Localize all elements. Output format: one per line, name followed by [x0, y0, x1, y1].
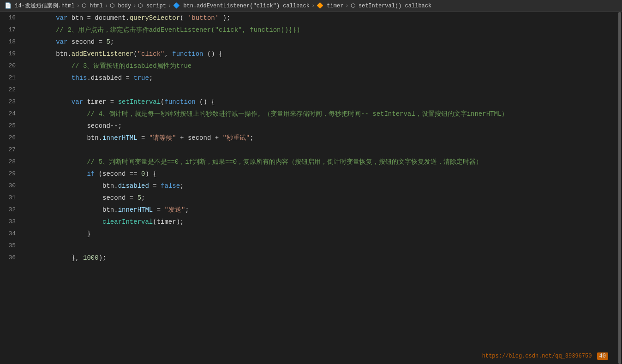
- line-content: if (second == 0) {: [23, 168, 622, 180]
- line-content: }, 1000);: [23, 252, 622, 264]
- code-line: 36 }, 1000);: [0, 252, 622, 264]
- line-content: // 2、用户点击，绑定点击事件addEventListener("click"…: [23, 24, 622, 36]
- token: addEventListener: [72, 50, 133, 58]
- token: },: [25, 254, 83, 262]
- token: btn.: [25, 134, 102, 142]
- token: [25, 218, 102, 226]
- code-line: 19 btn.addEventListener("click", functio…: [0, 48, 622, 60]
- token: ;: [180, 182, 184, 190]
- token: innerHTML: [118, 206, 153, 214]
- token: if: [87, 170, 95, 178]
- breadcrumb-item-6[interactable]: ⬡ setInterval() callback: [351, 2, 432, 9]
- code-line: 27: [0, 144, 622, 156]
- code-line: 26 btn.innerHTML = "请等候" + second + "秒重试…: [0, 132, 622, 144]
- line-content: // 4、倒计时，就是每一秒钟对按钮上的秒数进行减一操作。（变量用来存储时间，每…: [23, 108, 622, 120]
- line-number: 32: [0, 204, 23, 216]
- token: () {: [196, 98, 215, 106]
- token: 1000: [83, 254, 99, 262]
- code-line: 18 var second = 5;: [0, 36, 622, 48]
- token: + second +: [176, 134, 223, 142]
- token: second =: [25, 194, 138, 202]
- code-line: 23 var timer = setInterval(function () {: [0, 96, 622, 108]
- token: btn.: [25, 50, 72, 58]
- code-line: 30 btn.disabled = false;: [0, 180, 622, 192]
- token: "发送": [164, 206, 185, 214]
- line-number: 33: [0, 216, 23, 228]
- line-number: 24: [0, 108, 23, 120]
- line-number: 20: [0, 60, 23, 72]
- token: disabled: [118, 182, 149, 190]
- token: second =: [67, 38, 106, 46]
- code-line: 22: [0, 84, 622, 96]
- breadcrumb-sep-0: ›: [77, 3, 80, 9]
- token: ) {: [145, 170, 156, 178]
- breadcrumb-item-3[interactable]: ⬡ script: [138, 2, 166, 9]
- line-content: [23, 84, 622, 96]
- line-number: 28: [0, 156, 23, 168]
- line-number: 23: [0, 96, 23, 108]
- token: btn.: [25, 182, 118, 190]
- scrollbar-track[interactable]: [617, 12, 622, 364]
- line-content: var timer = setInterval(function () {: [23, 96, 622, 108]
- line-number: 21: [0, 72, 23, 84]
- line-content: btn.addEventListener("click", function (…: [23, 48, 622, 60]
- token: ,: [164, 50, 172, 58]
- breadcrumb-item-4[interactable]: 🔷 btn.addEventListener("click") callback: [173, 2, 310, 9]
- watermark-url: https://blog.csdn.net/qq_39396750: [482, 353, 592, 359]
- token: =: [138, 134, 149, 142]
- line-number: 16: [0, 12, 23, 24]
- scrollbar-thumb[interactable]: [618, 12, 621, 364]
- line-content: [23, 240, 622, 252]
- token: [25, 74, 72, 82]
- token: 'button': [188, 14, 219, 22]
- breadcrumb-sep-4: ›: [311, 3, 315, 9]
- token: (: [133, 50, 137, 58]
- line-content: var btn = document.querySelector( 'butto…: [23, 12, 622, 24]
- token: "请等候": [149, 134, 176, 142]
- line-number: 35: [0, 240, 23, 252]
- line-number: 19: [0, 48, 23, 60]
- code-line: 17 // 2、用户点击，绑定点击事件addEventListener("cli…: [0, 24, 622, 36]
- line-content: btn.disabled = false;: [23, 180, 622, 192]
- token: );: [99, 254, 107, 262]
- code-line: 31 second = 5;: [0, 192, 622, 204]
- line-number: 30: [0, 180, 23, 192]
- code-line: 34 }: [0, 228, 622, 240]
- token: ;: [110, 38, 114, 46]
- line-number: 36: [0, 252, 23, 264]
- breadcrumb-item-0[interactable]: 📄 14-发送短信案例.html: [5, 2, 75, 10]
- code-line: 21 this.disabled = true;: [0, 72, 622, 84]
- line-content: }: [23, 228, 622, 240]
- line-content: btn.innerHTML = "发送";: [23, 204, 622, 216]
- line-number: 34: [0, 228, 23, 240]
- breadcrumb-item-5[interactable]: 🔶 timer: [317, 2, 343, 9]
- token: .disabled =: [87, 74, 133, 82]
- token: (second ==: [95, 170, 141, 178]
- line-number: 27: [0, 144, 23, 156]
- line-content: [23, 144, 622, 156]
- line-content: clearInterval(timer);: [23, 216, 622, 228]
- code-editor[interactable]: 16 var btn = document.querySelector( 'bu…: [0, 12, 622, 364]
- token: querySelector: [130, 14, 180, 22]
- breadcrumb-item-1[interactable]: ⬡ html: [82, 2, 103, 9]
- line-number: 18: [0, 36, 23, 48]
- line-content: var second = 5;: [23, 36, 622, 48]
- code-line: 20 // 3、设置按钮的disabled属性为true: [0, 60, 622, 72]
- token: [25, 38, 56, 46]
- token: (: [161, 98, 164, 106]
- token: "click": [138, 50, 165, 58]
- token: function: [172, 50, 203, 58]
- token: );: [219, 14, 230, 22]
- token: =: [149, 182, 161, 190]
- token: "秒重试": [223, 134, 250, 142]
- token: second--;: [25, 122, 122, 130]
- token: var: [72, 98, 83, 106]
- code-lines: 16 var btn = document.querySelector( 'bu…: [0, 12, 622, 264]
- breadcrumb-sep-5: ›: [345, 3, 348, 9]
- token: // 3、设置按钮的disabled属性为true: [25, 62, 191, 70]
- token: ;: [250, 134, 253, 142]
- line-content: this.disabled = true;: [23, 72, 622, 84]
- token: // 2、用户点击，绑定点击事件addEventListener("click"…: [25, 26, 300, 34]
- breadcrumb-item-2[interactable]: ⬡ body: [110, 2, 131, 9]
- token: innerHTML: [102, 134, 138, 142]
